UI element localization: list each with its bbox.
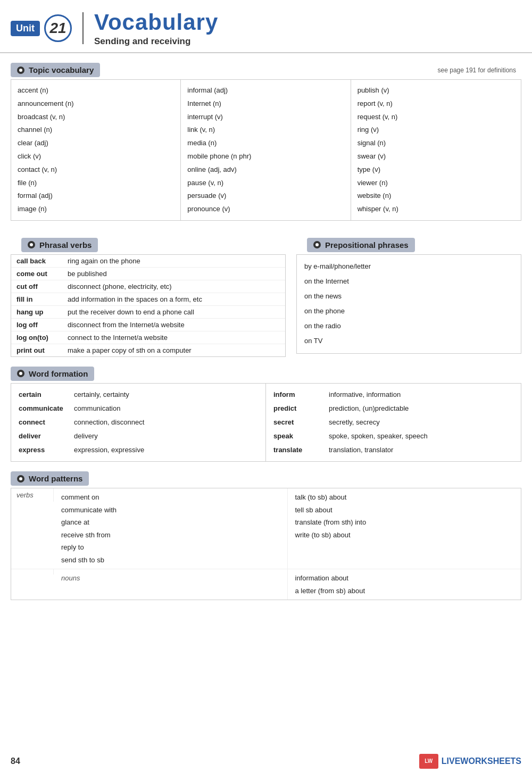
- phrasal-verb-row: call backring again on the phone: [11, 255, 285, 268]
- vocab-item: website (n): [358, 189, 514, 203]
- vocab-item: informal (adj): [187, 84, 344, 97]
- wf-forms: secretly, secrecy: [329, 417, 380, 428]
- header-title-block: Vocabulary Sending and receiving: [94, 10, 218, 47]
- phrasal-verb-row: cut offdisconnect (phone, electricity, e…: [11, 280, 285, 293]
- word-formation-header: Word formation: [11, 367, 94, 381]
- wf-forms: communication: [74, 403, 120, 414]
- vocab-item: accent (n): [18, 84, 174, 97]
- prepositional-phrases-section: Prepositional phrases by e-mail/phone/le…: [296, 228, 521, 357]
- vocab-item: type (v): [358, 163, 514, 177]
- vocab-item: media (n): [187, 137, 344, 150]
- word-patterns-section: Word patterns verbscomment oncommunicate…: [0, 471, 532, 600]
- phrasal-verb-row: hang upput the receiver down to end a ph…: [11, 306, 285, 319]
- page-title: Vocabulary: [94, 10, 218, 35]
- vocab-item: broadcast (v, n): [18, 111, 174, 124]
- vocab-item: swear (v): [358, 150, 514, 163]
- wp-noun-item: a letter (from sb) about: [295, 585, 514, 597]
- wf-forms: prediction, (un)predictable: [329, 403, 409, 414]
- liveworksheets-text: LIVEWORKSHEETS: [442, 757, 521, 766]
- wp-item: glance at: [61, 516, 280, 528]
- page-header: Unit 21 Vocabulary Sending and receiving: [0, 0, 532, 53]
- wp-row-nouns: nounsinformation abouta letter (from sb)…: [11, 569, 521, 600]
- phrasal-verb-word: cut off: [16, 282, 59, 290]
- section-dot-wf-icon: [17, 370, 24, 377]
- wf-row: informinformative, information: [273, 388, 513, 402]
- topic-vocab-title: Topic vocabulary: [29, 65, 94, 74]
- phrasal-prep-section: Phrasal verbs call backring again on the…: [0, 228, 532, 357]
- topic-vocab-header-row: Topic vocabulary see page 191 for defini…: [11, 63, 521, 77]
- topic-vocab-section: Topic vocabulary see page 191 for defini…: [0, 63, 532, 221]
- vocab-item: report (v, n): [358, 97, 514, 111]
- section-dot-icon: [17, 67, 24, 74]
- vocab-item: whisper (v, n): [358, 203, 514, 216]
- section-dot-phrasal-icon: [28, 241, 35, 248]
- vocab-item: request (v, n): [358, 111, 514, 124]
- wp-item: send sth to sb: [61, 554, 280, 566]
- wf-row: expressexpression, expressive: [19, 443, 258, 457]
- phrasal-verb-row: log on(to)connect to the Internet/a webs…: [11, 331, 285, 344]
- prep-phrase-item: on the news: [304, 289, 513, 304]
- section-dot-prep-icon: [313, 241, 321, 248]
- vocab-item: pause (v, n): [187, 177, 344, 190]
- page-subtitle: Sending and receiving: [94, 36, 218, 47]
- wp-label-empty: [11, 569, 54, 575]
- word-patterns-header: Word patterns: [11, 471, 89, 486]
- wf-col-1: certaincertainly, certaintycommunicateco…: [11, 384, 266, 461]
- phrasal-verbs-section: Phrasal verbs call backring again on the…: [11, 228, 286, 357]
- wf-base-word: predict: [273, 403, 321, 414]
- vocab-item: interrupt (v): [187, 111, 344, 124]
- vocab-item: viewer (n): [358, 177, 514, 190]
- page-footer: 84 LW LIVEWORKSHEETS: [0, 750, 532, 773]
- unit-number: 21: [44, 14, 72, 42]
- wp-item: communicate with: [61, 504, 280, 516]
- vocab-item: signal (n): [358, 137, 514, 150]
- wp-col-nouns-label: nouns: [54, 569, 288, 600]
- phrasal-verb-definition: make a paper copy of sth on a computer: [68, 346, 192, 354]
- phrasal-verb-definition: disconnect from the Internet/a website: [68, 321, 185, 329]
- wf-col-2: informinformative, informationpredictpre…: [266, 384, 521, 461]
- phrasal-verb-definition: be published: [68, 270, 107, 278]
- prep-phrase-item: by e-mail/phone/letter: [304, 259, 513, 274]
- wp-item: write (to sb) about: [295, 529, 514, 541]
- phrasal-verb-word: log on(to): [16, 334, 59, 342]
- vocab-item: clear (adj): [18, 137, 174, 150]
- vocab-item: image (n): [18, 203, 174, 216]
- liveworksheets-brand: LW LIVEWORKSHEETS: [419, 754, 521, 769]
- wf-forms: expression, expressive: [74, 444, 144, 456]
- prep-phrase-item: on TV: [304, 334, 513, 348]
- wp-label-verbs: verbs: [11, 488, 54, 502]
- wf-row: communicatecommunication: [19, 402, 258, 415]
- topic-vocab-col-1: accent (n)announcement (n)broadcast (v, …: [11, 80, 181, 220]
- prep-phrases-header: Prepositional phrases: [307, 238, 415, 252]
- topic-vocab-col-3: publish (v)report (v, n)request (v, n)ri…: [351, 80, 521, 220]
- wp-nouns-label: nouns: [61, 572, 280, 584]
- wf-forms: certainly, certainty: [74, 389, 129, 401]
- wf-forms: informative, information: [329, 389, 401, 401]
- wp-noun-item: information about: [295, 572, 514, 584]
- phrasal-verb-word: call back: [16, 257, 59, 265]
- prep-phrases-title: Prepositional phrases: [325, 240, 409, 250]
- wf-forms: spoke, spoken, speaker, speech: [329, 430, 428, 442]
- vocab-item: link (v, n): [187, 123, 344, 137]
- wf-row: speakspoke, spoken, speaker, speech: [273, 429, 513, 443]
- wf-forms: translation, translator: [329, 444, 393, 456]
- vocab-item: publish (v): [358, 84, 514, 97]
- phrasal-verb-word: print out: [16, 346, 59, 354]
- vocab-item: mobile phone (n phr): [187, 150, 344, 163]
- phrasal-verb-row: print outmake a paper copy of sth on a c…: [11, 344, 285, 356]
- two-col-layout: Phrasal verbs call backring again on the…: [11, 228, 521, 357]
- wf-row: translatetranslation, translator: [273, 443, 513, 457]
- wf-row: certaincertainly, certainty: [19, 388, 258, 402]
- wp-row-verbs: verbscomment oncommunicate withglance at…: [11, 488, 521, 569]
- phrasal-verb-row: log offdisconnect from the Internet/a we…: [11, 319, 285, 331]
- vocab-item: online (adj, adv): [187, 163, 344, 177]
- wp-item: talk (to sb) about: [295, 491, 514, 503]
- wf-forms: delivery: [74, 430, 98, 442]
- phrasal-verb-definition: ring again on the phone: [68, 257, 140, 265]
- vocab-item: channel (n): [18, 123, 174, 137]
- liveworksheets-logo: LW: [419, 754, 438, 769]
- phrasal-verb-definition: put the receiver down to end a phone cal…: [68, 308, 194, 316]
- phrasal-verb-word: come out: [16, 270, 59, 278]
- wf-base-word: certain: [19, 389, 66, 401]
- see-page-ref: see page 191 for definitions: [438, 67, 521, 74]
